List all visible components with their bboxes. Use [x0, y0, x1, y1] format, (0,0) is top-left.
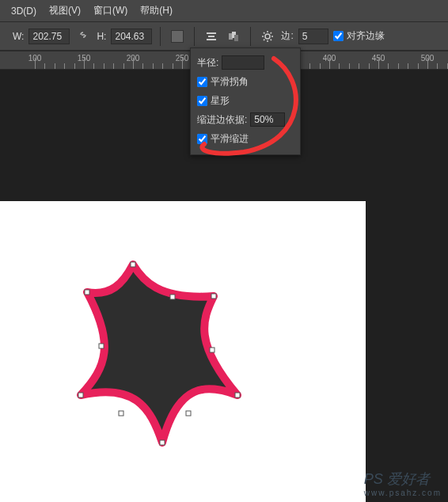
smooth-corners-checkbox[interactable]: [197, 77, 207, 87]
star-checkbox[interactable]: [197, 96, 207, 106]
stroke-input[interactable]: [298, 29, 328, 44]
separator: [194, 27, 195, 46]
fill-swatch-icon: [171, 30, 184, 43]
svg-rect-2: [207, 39, 216, 40]
menu-bar: 3D(D) 视图(V) 窗口(W) 帮助(H): [0, 0, 448, 22]
svg-rect-0: [207, 32, 216, 34]
star-shape[interactable]: [71, 257, 261, 462]
svg-rect-1: [208, 36, 215, 37]
svg-rect-9: [235, 393, 240, 397]
indent-label: 缩进边依据:: [197, 113, 247, 127]
options-bar: W: H: 边: 对齐边缘: [0, 22, 448, 51]
indent-input[interactable]: [250, 112, 285, 127]
menu-window[interactable]: 窗口(W): [87, 1, 134, 21]
align-icon: [205, 30, 218, 43]
smooth-indent-label: 平滑缩进: [211, 132, 249, 146]
star-label: 星形: [211, 94, 230, 108]
svg-rect-13: [170, 295, 175, 299]
svg-rect-15: [186, 411, 191, 416]
gear-button[interactable]: [259, 28, 276, 45]
align-edges-check[interactable]: [333, 31, 344, 41]
gear-icon: [261, 30, 274, 43]
fill-swatch-button[interactable]: [169, 28, 186, 45]
svg-rect-12: [85, 290, 89, 295]
watermark-sub: www.psahz.com: [364, 489, 442, 497]
menu-3d[interactable]: 3D(D): [5, 2, 43, 20]
svg-rect-7: [131, 262, 135, 267]
separator: [160, 27, 161, 46]
menu-help[interactable]: 帮助(H): [134, 1, 179, 21]
radius-label: 半径:: [197, 56, 218, 70]
height-input[interactable]: [111, 29, 152, 44]
stroke-label: 边:: [281, 29, 293, 43]
distribute-icon: [227, 30, 240, 43]
align-edges-label: 对齐边缘: [347, 29, 385, 43]
path-arrange-button[interactable]: [225, 28, 242, 45]
link-wh-icon[interactable]: [74, 29, 92, 44]
menu-view[interactable]: 视图(V): [43, 1, 87, 21]
height-label: H:: [97, 31, 106, 42]
svg-rect-8: [211, 294, 216, 299]
canvas[interactable]: [0, 201, 366, 502]
svg-rect-17: [99, 344, 104, 348]
width-input[interactable]: [28, 29, 70, 44]
watermark: PS 爱好者 www.psahz.com: [364, 470, 442, 497]
watermark-main: PS 爱好者: [364, 471, 430, 487]
separator: [250, 27, 251, 46]
svg-rect-10: [160, 440, 165, 445]
svg-point-6: [265, 34, 270, 39]
svg-rect-11: [78, 393, 83, 397]
radius-input[interactable]: [222, 55, 264, 70]
svg-rect-14: [210, 348, 215, 352]
smooth-indent-checkbox[interactable]: [197, 134, 207, 144]
width-label: W:: [13, 31, 24, 42]
svg-rect-16: [119, 411, 123, 416]
align-edges-checkbox[interactable]: 对齐边缘: [333, 29, 385, 43]
smooth-corners-label: 平滑拐角: [211, 75, 249, 89]
path-align-button[interactable]: [203, 28, 220, 45]
svg-rect-5: [234, 35, 238, 41]
polygon-options-popup: 半径: 平滑拐角 星形 缩进边依据: 平滑缩进: [190, 48, 301, 155]
